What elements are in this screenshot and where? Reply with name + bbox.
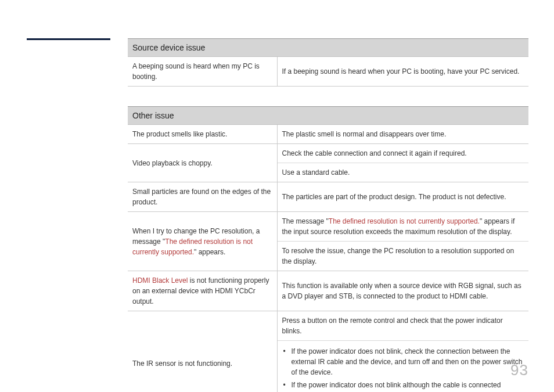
text: The plastic smell is normal and disappea…: [282, 130, 447, 138]
solution-cell: If the power indicator does not blink, c…: [277, 341, 528, 393]
text: A beeping sound is heard when my PC is b…: [132, 62, 260, 81]
solution-cell: The plastic smell is normal and disappea…: [277, 125, 528, 144]
page-number: 93: [510, 361, 528, 379]
text: Check the cable connection and connect i…: [282, 149, 467, 157]
issue-cell: The product smells like plastic.: [128, 125, 277, 144]
solution-cell: The particles are part of the product de…: [277, 182, 528, 212]
section-header: Other issue: [128, 107, 528, 125]
solution-cell: Use a standard cable.: [277, 163, 528, 182]
text: " appears.: [194, 248, 225, 256]
issue-cell: HDMI Black Level is not functioning prop…: [128, 271, 277, 311]
text: If the power indicator does not blink al…: [292, 381, 507, 392]
table-row: The IR sensor is not functioning.Press a…: [128, 311, 528, 341]
solution-cell: Check the cable connection and connect i…: [277, 144, 528, 163]
text: To resolve the issue, change the PC reso…: [282, 247, 515, 265]
text: If a beeping sound is heard when your PC…: [282, 67, 520, 75]
text: The particles are part of the product de…: [282, 193, 506, 201]
issue-cell: A beeping sound is heard when my PC is b…: [128, 57, 277, 87]
issue-cell: Small particles are found on the edges o…: [128, 182, 277, 212]
text: Press a button on the remote control and…: [282, 317, 503, 335]
list-item: If the power indicator does not blink al…: [282, 380, 524, 392]
table-row: HDMI Black Level is not functioning prop…: [128, 271, 528, 311]
text: The product smells like plastic.: [132, 130, 227, 138]
table-row: Small particles are found on the edges o…: [128, 182, 528, 212]
text: The IR sensor is not functioning.: [132, 359, 232, 368]
table-row: Video playback is choppy.Check the cable…: [128, 144, 528, 163]
list-item: If the power indicator does not blink, c…: [282, 346, 524, 377]
text: Small particles are found on the edges o…: [132, 188, 271, 206]
text: Video playback is choppy.: [132, 159, 213, 167]
issue-cell: The IR sensor is not functioning.: [128, 311, 277, 393]
section-header: Source device issue: [128, 39, 528, 57]
highlight-text: HDMI Black Level: [132, 276, 188, 285]
table-row: A beeping sound is heard when my PC is b…: [128, 57, 528, 87]
text: The message ": [282, 217, 329, 225]
issue-cell: Video playback is choppy.: [128, 144, 277, 182]
solution-cell: If a beeping sound is heard when your PC…: [277, 57, 528, 87]
issue-cell: When I try to change the PC resolution, …: [128, 212, 277, 271]
solution-cell: Press a button on the remote control and…: [277, 311, 528, 341]
accent-bar: [27, 38, 110, 40]
text: Use a standard cable.: [282, 168, 350, 177]
troubleshoot-table: Other issueThe product smells like plast…: [128, 106, 528, 392]
text: This function is available only when a s…: [282, 282, 521, 300]
text: If the power indicator does not blink, c…: [292, 347, 523, 376]
document-page: Source device issueA beeping sound is he…: [0, 0, 554, 392]
table-row: The product smells like plastic.The plas…: [128, 125, 528, 144]
table-row: When I try to change the PC resolution, …: [128, 212, 528, 242]
solution-cell: The message "The defined resolution is n…: [277, 212, 528, 242]
content-area: Source device issueA beeping sound is he…: [128, 38, 528, 392]
troubleshoot-table: Source device issueA beeping sound is he…: [128, 38, 528, 87]
solution-cell: To resolve the issue, change the PC reso…: [277, 242, 528, 271]
bullet-list: If the power indicator does not blink, c…: [282, 346, 524, 392]
highlight-text: The defined resolution is not currently …: [329, 217, 480, 225]
solution-cell: This function is available only when a s…: [277, 271, 528, 311]
